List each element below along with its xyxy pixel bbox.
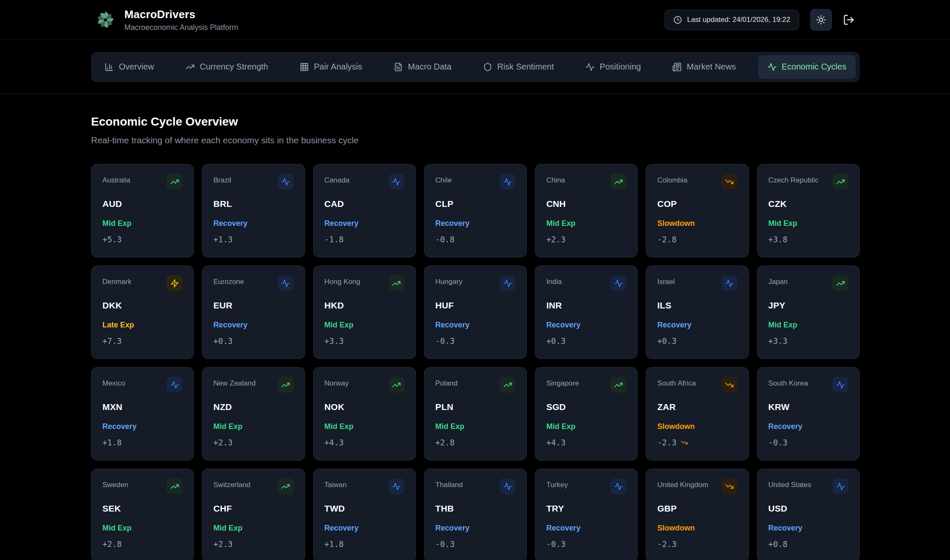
currency-code: JPY: [768, 300, 848, 311]
activity-icon: [499, 174, 515, 190]
card-mexico[interactable]: Mexico MXN Recovery +1.8: [91, 367, 194, 461]
phase-label: Mid Exp: [435, 422, 515, 431]
cycle-value: +3.3: [325, 336, 405, 346]
tab-label: Pair Analysis: [314, 62, 362, 72]
currency-code: CZK: [768, 199, 848, 209]
phase-label: Recovery: [325, 524, 405, 533]
tab-positioning[interactable]: Positioning: [576, 55, 650, 79]
country-label: Hong Kong: [325, 277, 360, 287]
card-china[interactable]: China CNH Mid Exp +2.3: [535, 164, 638, 257]
tab-market-news[interactable]: Market News: [663, 55, 745, 79]
tab-label: Market News: [687, 62, 736, 72]
currency-code: SEK: [102, 504, 182, 514]
country-label: China: [546, 175, 565, 185]
trending-up-icon: [166, 174, 182, 190]
card-taiwan[interactable]: Taiwan TWD Recovery +1.8: [313, 469, 416, 560]
country-label: Mexico: [102, 378, 125, 389]
cycle-value: +2.3: [213, 539, 293, 549]
country-label: Japan: [768, 277, 788, 287]
activity-icon: [722, 275, 738, 291]
country-label: Singapore: [546, 378, 579, 389]
country-label: Taiwan: [325, 480, 347, 490]
currency-code: BRL: [213, 199, 293, 209]
currency-code: CAD: [325, 199, 405, 209]
card-united-kingdom[interactable]: United Kingdom GBP Slowdown -2.3: [646, 469, 749, 560]
tab-pair-analysis[interactable]: Pair Analysis: [290, 55, 372, 79]
activity-icon: [278, 275, 294, 291]
phase-label: Mid Exp: [768, 219, 848, 228]
card-singapore[interactable]: Singapore SGD Mid Exp +4.3: [535, 367, 638, 461]
card-switzerland[interactable]: Switzerland CHF Mid Exp +2.3: [202, 469, 305, 560]
currency-code: KRW: [768, 402, 848, 412]
app-title: MacroDrivers: [124, 8, 238, 21]
currency-code: NZD: [213, 402, 293, 412]
country-label: South Africa: [657, 378, 696, 389]
card-czech-republic[interactable]: Czech Republic CZK Mid Exp +3.8: [757, 164, 860, 257]
phase-label: Recovery: [657, 321, 737, 330]
country-label: Colombia: [657, 175, 687, 185]
cycle-value: -0.3: [546, 539, 626, 549]
card-south-korea[interactable]: South Korea KRW Recovery -0.3: [757, 367, 860, 461]
cycle-value: -2.8: [657, 235, 737, 244]
card-canada[interactable]: Canada CAD Recovery -1.8: [313, 164, 416, 257]
card-japan[interactable]: Japan JPY Mid Exp +3.3: [757, 265, 860, 359]
shield-icon: [483, 62, 492, 72]
tab-label: Macro Data: [408, 62, 451, 72]
card-hungary[interactable]: Hungary HUF Recovery -0.3: [424, 265, 527, 359]
card-chile[interactable]: Chile CLP Recovery -0.8: [424, 164, 527, 257]
activity-icon: [499, 275, 515, 291]
zap-icon: [166, 275, 182, 291]
tab-currency-strength[interactable]: Currency Strength: [176, 55, 277, 79]
phase-label: Slowdown: [657, 219, 737, 228]
card-norway[interactable]: Norway NOK Mid Exp +4.3: [313, 367, 416, 461]
trending-up-icon: [499, 377, 515, 393]
country-label: India: [546, 277, 562, 287]
phase-label: Slowdown: [657, 422, 737, 431]
theme-toggle-button[interactable]: [810, 9, 832, 31]
currency-code: MXN: [102, 402, 182, 412]
phase-label: Recovery: [768, 524, 848, 533]
card-eurozone[interactable]: Eurozone EUR Recovery +0.3: [202, 265, 305, 359]
tab-macro-data[interactable]: Macro Data: [384, 55, 461, 79]
clock-icon: [674, 16, 682, 24]
card-denmark[interactable]: Denmark DKK Late Exp +7.3: [91, 265, 194, 359]
card-hong-kong[interactable]: Hong Kong HKD Mid Exp +3.3: [313, 265, 416, 359]
logout-button[interactable]: [843, 14, 855, 26]
currency-code: ZAR: [657, 402, 737, 412]
trending-down-icon: [722, 478, 738, 494]
trending-up-icon: [389, 275, 405, 291]
logout-icon: [843, 14, 855, 26]
cycle-value: -0.3: [435, 336, 515, 346]
phase-label: Recovery: [435, 219, 515, 228]
card-south-africa[interactable]: South Africa ZAR Slowdown -2.3: [646, 367, 749, 461]
card-turkey[interactable]: Turkey TRY Recovery -0.3: [535, 469, 638, 560]
cycle-value: +1.3: [213, 235, 293, 244]
phase-label: Recovery: [546, 321, 626, 330]
card-india[interactable]: India INR Recovery +0.3: [535, 265, 638, 359]
tab-risk-sentiment[interactable]: Risk Sentiment: [474, 55, 564, 79]
card-australia[interactable]: Australia AUD Mid Exp +5.3: [91, 164, 194, 257]
tab-overview[interactable]: Overview: [95, 55, 163, 79]
card-new-zealand[interactable]: New Zealand NZD Mid Exp +2.3: [202, 367, 305, 461]
card-brazil[interactable]: Brazil BRL Recovery +1.3: [202, 164, 305, 257]
card-thailand[interactable]: Thailand THB Recovery -0.3: [424, 469, 527, 560]
country-label: Czech Republic: [768, 175, 819, 185]
newspaper-icon: [672, 62, 682, 72]
card-colombia[interactable]: Colombia COP Slowdown -2.8: [646, 164, 749, 257]
phase-label: Recovery: [546, 524, 626, 533]
card-israel[interactable]: Israel ILS Recovery +0.3: [646, 265, 749, 359]
currency-code: SGD: [546, 402, 626, 412]
phase-label: Recovery: [768, 422, 848, 431]
country-label: Israel: [657, 277, 675, 287]
page-title: Economic Cycle Overview: [91, 115, 950, 129]
phase-label: Mid Exp: [546, 219, 626, 228]
cycle-value: +3.8: [768, 235, 848, 244]
cycle-value: +7.3: [102, 336, 182, 346]
card-poland[interactable]: Poland PLN Mid Exp +2.8: [424, 367, 527, 461]
tab-economic-cycles[interactable]: Economic Cycles: [758, 55, 856, 79]
card-united-states[interactable]: United States USD Recovery +0.8: [757, 469, 860, 560]
phase-label: Recovery: [213, 321, 293, 330]
card-sweden[interactable]: Sweden SEK Mid Exp +2.8: [91, 469, 194, 560]
currency-code: TWD: [325, 504, 405, 514]
app-subtitle: Macroeconomic Analysis Platform: [124, 23, 238, 32]
